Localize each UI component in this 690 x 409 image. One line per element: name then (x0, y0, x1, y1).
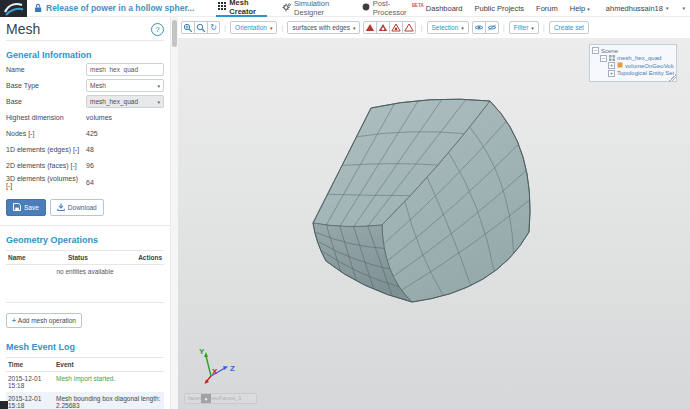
tree-label: Topological Entity Sets (617, 70, 674, 76)
filter-label: Filter (514, 24, 528, 31)
resize-handle[interactable] (669, 74, 676, 81)
tree-item-scene[interactable]: − Scene (592, 47, 674, 55)
tab-post-processor[interactable]: Post-Processor BETA (360, 0, 426, 17)
download-label: Download (68, 204, 97, 211)
info-row-value: 425 (86, 130, 164, 137)
create-set-button[interactable]: Create set (549, 21, 589, 34)
axis-triad: Y Z X (192, 343, 240, 391)
reset-view-icon[interactable]: ↻ (207, 21, 220, 34)
orientation-dropdown[interactable]: Orientation ▾ (230, 21, 277, 34)
zoom-in-icon[interactable] (181, 21, 195, 34)
column-header: Time (8, 361, 56, 368)
hex-mesh-model[interactable] (178, 38, 690, 409)
nav-dashboard[interactable]: Dashboard (426, 4, 463, 13)
info-row-value: volumes (86, 114, 164, 121)
geometry-operations-table-header: Name Status Actions (6, 250, 164, 265)
tree-label: volumeOnGeoVolumes_0 (625, 63, 674, 69)
table-row: 2015-12-01 15:18 Mesh import started. (6, 372, 164, 392)
mesh-quality-filled-icon[interactable] (363, 21, 377, 34)
corner-notch (0, 401, 8, 409)
info-row-value: 96 (86, 162, 164, 169)
add-mesh-operation-button[interactable]: + Add mesh operation (6, 313, 82, 328)
app-tabs: Mesh Creator Simulation Designer (216, 0, 425, 17)
toolbar-separator: | (543, 23, 545, 32)
filter-dropdown[interactable]: Filter ▾ (509, 21, 539, 34)
top-header: Release of power in a hollow spher... Me… (0, 0, 690, 17)
show-selection-eye-icon[interactable] (472, 21, 486, 34)
geometry-operations-heading: Geometry Operations (6, 235, 164, 245)
grid-icon (218, 2, 226, 12)
download-icon (57, 203, 65, 212)
collapse-icon[interactable]: − (600, 55, 607, 62)
add-mesh-operation-label: Add mesh operation (18, 317, 76, 324)
save-button[interactable]: Save (6, 199, 46, 216)
chevron-down-icon[interactable]: ▾ (201, 393, 211, 404)
toolbar-separator: | (420, 23, 422, 32)
table-row: 2015-12-01 15:18 Mesh bounding box diago… (6, 392, 164, 409)
save-label: Save (24, 204, 39, 211)
render-canvas[interactable]: − Scene − mesh_hex_quad (178, 38, 690, 409)
info-row-label: 3D elements (volumes) [-] (6, 175, 86, 189)
display-mode-dropdown[interactable]: surfaces with edges ▾ (287, 21, 360, 34)
nav-help[interactable]: Help ▾ (570, 4, 590, 13)
base-select[interactable]: mesh_hex_quad ▾ (86, 95, 164, 108)
display-mode-label: surfaces with edges (292, 24, 349, 31)
event-message: Mesh bounding box diagonal length: 2.256… (56, 395, 162, 409)
nav-forum[interactable]: Forum (536, 4, 558, 13)
tree-item-mesh[interactable]: − mesh_hex_quad (592, 55, 674, 63)
simscale-logo[interactable] (0, 0, 27, 17)
tree-label: Scene (601, 48, 618, 54)
project-title[interactable]: Release of power in a hollow spher... (46, 3, 194, 13)
orientation-label: Orientation (235, 24, 267, 31)
collapse-icon[interactable]: − (592, 47, 599, 54)
selection-dropdown[interactable]: Selection ▾ (427, 21, 469, 34)
download-button[interactable]: Download (50, 199, 104, 216)
axis-z-label: Z (230, 364, 235, 373)
column-header: Event (56, 361, 162, 368)
page-title: Mesh (6, 21, 40, 37)
info-row-label: Highest dimension (6, 114, 86, 121)
scene-tree-panel: − Scene − mesh_hex_quad (589, 44, 677, 82)
chevron-down-icon: ▾ (270, 25, 273, 31)
tab-simulation-designer[interactable]: Simulation Designer (280, 0, 347, 17)
tab-mesh-creator[interactable]: Mesh Creator (216, 0, 267, 17)
tree-item-volume[interactable]: + volumeOnGeoVolumes_0 (592, 62, 674, 70)
chevron-down-icon[interactable]: ▾ (682, 5, 685, 11)
mesh-node-icon (609, 55, 615, 62)
base-type-select[interactable]: Mesh ▾ (86, 79, 164, 92)
base-label: Base (6, 98, 86, 105)
event-log-table-header: Time Event (6, 357, 164, 372)
mesh-quality-outline-icon[interactable] (402, 21, 416, 34)
help-icon[interactable]: ? (151, 23, 164, 36)
user-name: ahmedhussain18 (606, 4, 663, 13)
3d-viewport: ↻ | Orientation ▾ | surfaces with edges … (178, 17, 690, 409)
tab-label: Simulation Designer (294, 0, 345, 17)
base-type-label: Base Type (6, 82, 86, 89)
toolbar-separator: | (503, 23, 505, 32)
bottom-entity-label[interactable]: faceOnGeoFaces_1 ▾ (184, 393, 257, 404)
expand-icon[interactable]: + (608, 70, 615, 77)
event-time: 2015-12-01 15:18 (8, 395, 56, 409)
user-menu[interactable]: ahmedhussain18 ▾ (606, 4, 669, 13)
hide-selection-eye-icon[interactable] (485, 21, 499, 34)
panel-scrollbar[interactable] (170, 17, 178, 409)
scrollbar-thumb[interactable] (172, 20, 177, 47)
nav-public-projects[interactable]: Public Projects (475, 4, 525, 13)
mesh-quality-outline-dot-icon[interactable] (389, 21, 403, 34)
tree-item-topological-sets[interactable]: + Topological Entity Sets (592, 70, 674, 78)
axis-y-label: Y (199, 347, 205, 356)
info-row-value: 48 (86, 146, 164, 153)
expand-icon[interactable]: + (608, 62, 615, 69)
zoom-box-icon[interactable] (194, 21, 208, 34)
beta-badge: BETA (412, 3, 424, 8)
entity-label-text: faceOnGeoFaces_1 (188, 395, 242, 401)
name-input[interactable] (86, 63, 164, 76)
gear-icon (282, 3, 291, 14)
toolbar-separator: | (224, 23, 226, 32)
create-set-label: Create set (554, 24, 584, 31)
base-value: mesh_hex_quad (90, 98, 138, 105)
chevron-down-icon: ▾ (461, 25, 464, 31)
tab-label: Post-Processor (373, 0, 408, 17)
mesh-quality-dot-icon[interactable] (376, 21, 390, 34)
column-header: Actions (130, 254, 162, 261)
